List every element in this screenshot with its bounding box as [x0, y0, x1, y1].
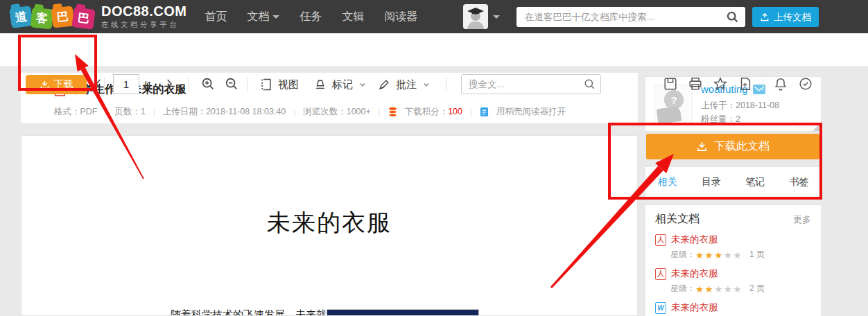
page-total-label: /1	[144, 79, 153, 91]
doc-credits: 下载积分：100	[405, 106, 462, 118]
tab-notes[interactable]: 笔记	[734, 176, 777, 188]
site-name: DOC88.COM	[101, 4, 186, 18]
logo-text: DOC88.COM 在线文档分享平台	[101, 4, 186, 30]
site-search	[517, 7, 745, 27]
tab-bookmarks[interactable]: 书签	[777, 176, 821, 188]
document-meta: 格式：PDF | 页数：1 | 上传日期：2018-11-08 18:03:40…	[54, 106, 566, 118]
doc-format: 格式：PDF	[54, 106, 98, 118]
logo-folder-icons: 道 客 巴 巴	[11, 3, 94, 30]
reader-doc-icon	[480, 107, 489, 117]
site-tagline: 在线文档分享平台	[101, 20, 186, 30]
view-layout-icon	[259, 78, 273, 91]
page-number-field	[113, 74, 139, 94]
related-doc-pages: 2 页	[749, 283, 765, 295]
download-this-document-button[interactable]: 下载此文档	[646, 134, 819, 159]
fulltext-search	[461, 74, 601, 94]
doc-credits-value: 100	[448, 107, 462, 116]
zoom-in-button[interactable]	[200, 76, 216, 92]
badge-check-icon	[798, 76, 813, 91]
doc-upload-date: 上传日期：2018-11-08 18:03:40	[163, 106, 286, 118]
highlighter-icon	[313, 78, 327, 91]
doc-pages: 页数：1	[114, 106, 145, 118]
notifications-button[interactable]	[772, 76, 789, 92]
user-avatar[interactable]	[463, 4, 488, 29]
fulltext-search-input[interactable]	[461, 74, 601, 94]
uploader-fans-count: 粉丝量：2	[701, 114, 740, 125]
print-button[interactable]	[687, 76, 704, 92]
search-icon[interactable]	[583, 78, 596, 94]
related-doc-item: 人 未来的衣服 星级： ★★★★★ 1 页	[655, 234, 811, 261]
document-page-title: 未来的衣服	[21, 207, 637, 239]
file-plus-icon	[738, 76, 753, 91]
related-documents-panel: 相关文档 更多 人 未来的衣服 星级： ★★★★★ 1 页 人 未来的衣服 星级…	[645, 204, 822, 316]
tab-related[interactable]: 相关	[645, 176, 689, 188]
word-file-icon: W	[655, 302, 666, 314]
chevron-down-icon	[358, 80, 367, 89]
credits-coins-icon	[388, 107, 397, 117]
bell-icon	[773, 76, 788, 91]
more-link[interactable]: 更多	[793, 213, 811, 226]
doc-views: 浏览次数：1000+	[303, 106, 371, 118]
doc88-document-page: 道 客 巴 巴 DOC88.COM 在线文档分享平台 首页 文档 任务 文辑 阅…	[0, 0, 868, 316]
uploader-upload-date: 上传于：2018-11-08	[701, 100, 779, 112]
document-page-canvas: 未来的衣服 随着科学技术的飞速发展，未来就会越来越多的	[21, 135, 638, 316]
more-dots: ...	[797, 121, 806, 130]
logo-folder-icon: 客	[31, 7, 54, 29]
logo-folder-icon: 道	[9, 5, 33, 28]
nav-item-documents[interactable]: 文档	[247, 10, 279, 24]
download-icon	[40, 80, 50, 90]
nav-item-tasks[interactable]: 任务	[300, 10, 322, 24]
logo-folder-icon: 巴	[51, 6, 75, 28]
related-doc-item: 人 未来的衣服 星级： ★★★★★ 2 页	[655, 267, 811, 295]
search-icon[interactable]	[725, 10, 740, 27]
nav-item-reader[interactable]: 阅读器	[384, 10, 417, 24]
avatar-body-shape	[657, 106, 682, 123]
logo-folder-icon: 巴	[71, 7, 95, 30]
card-corner-fold[interactable]	[813, 123, 821, 131]
favorite-button[interactable]	[712, 76, 729, 92]
site-logo[interactable]: 道 客 巴 巴 DOC88.COM 在线文档分享平台	[11, 3, 186, 30]
view-mode-button[interactable]: 视图	[259, 75, 299, 94]
chevron-right-icon	[163, 78, 175, 90]
star-rating: ★★★★★	[695, 249, 743, 261]
related-doc-item: W 未来的衣服 星级： ★★★★★ 2 页	[655, 301, 811, 316]
mark-tool-button[interactable]: 标记	[313, 75, 367, 94]
page-number-input[interactable]	[113, 74, 139, 94]
nav-item-collections[interactable]: 文辑	[342, 10, 364, 24]
main-nav: 首页 文档 任务 文辑 阅读器	[205, 10, 417, 24]
pdf-file-icon: 人	[655, 234, 666, 246]
sidebar-tabs: 相关 目录 笔记 书签	[645, 166, 822, 198]
printer-icon	[688, 76, 703, 91]
reader-toolbar: 下载 /1 视	[0, 33, 868, 67]
related-doc-pages: 1 页	[749, 249, 765, 261]
chevron-down-icon	[422, 80, 431, 89]
add-document-button[interactable]	[737, 76, 754, 92]
zoom-in-icon	[200, 76, 216, 91]
verified-badge-button[interactable]	[797, 76, 814, 92]
save-icon	[663, 76, 678, 91]
previous-page-button[interactable]	[90, 76, 107, 92]
nav-item-home[interactable]: 首页	[205, 10, 227, 24]
save-button[interactable]	[662, 76, 679, 92]
related-doc-link[interactable]: 未来的衣服	[671, 267, 718, 280]
graduate-avatar-icon	[463, 4, 488, 29]
upload-document-button[interactable]: 上传文档	[752, 7, 819, 27]
star-rating: ★★★★★	[695, 283, 743, 295]
related-documents-title: 相关文档	[655, 212, 700, 227]
tab-contents[interactable]: 目录	[689, 176, 733, 188]
chevron-down-icon	[272, 15, 279, 19]
upload-icon	[760, 12, 770, 22]
related-doc-link[interactable]: 未来的衣服	[671, 301, 718, 314]
zoom-out-button[interactable]	[223, 76, 240, 92]
zoom-out-icon	[224, 76, 239, 91]
annotate-tool-button[interactable]: 批注	[377, 75, 431, 94]
related-doc-link[interactable]: 未来的衣服	[671, 234, 718, 246]
top-header-bar: 道 客 巴 巴 DOC88.COM 在线文档分享平台 首页 文档 任务 文辑 阅…	[0, 0, 868, 33]
site-search-input[interactable]	[517, 7, 745, 27]
download-icon	[696, 141, 708, 152]
next-page-button[interactable]	[161, 76, 177, 92]
star-icon	[713, 76, 728, 91]
avatar-menu-chevron-icon[interactable]	[493, 15, 500, 19]
open-with-reader-link[interactable]: 用稻壳阅读器打开	[496, 106, 566, 118]
download-button[interactable]: 下载	[26, 75, 87, 94]
